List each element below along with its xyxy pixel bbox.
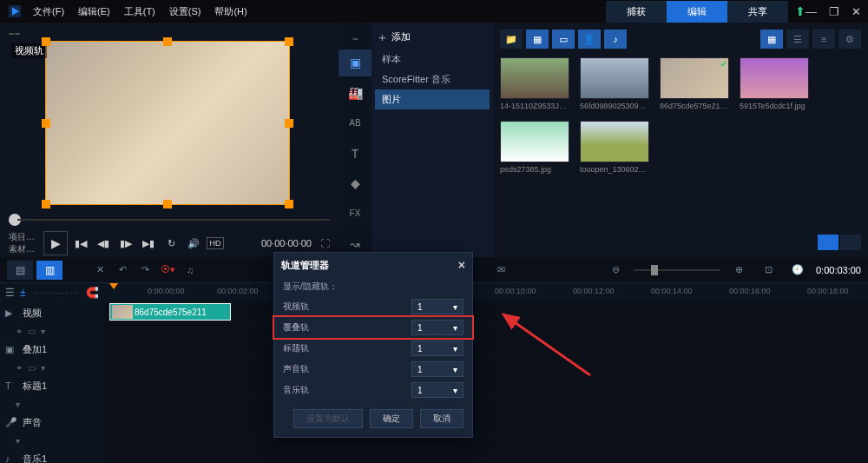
- frame-fwd-button[interactable]: ▮▶: [116, 234, 135, 253]
- thumb-item[interactable]: 14-15110Z9533JR.jpg: [500, 57, 569, 110]
- menu-tools[interactable]: 工具(T): [124, 5, 155, 18]
- video-clip[interactable]: 86d75cde575e211: [109, 303, 231, 321]
- panel-toggle-right[interactable]: [840, 235, 861, 250]
- ok-button[interactable]: 确定: [370, 409, 413, 428]
- track-area[interactable]: 0:00:00:00 00:00:02:00 00:00:04:00 00:00…: [104, 283, 868, 463]
- title-icon[interactable]: T: [339, 140, 372, 167]
- playhead-icon[interactable]: [109, 283, 118, 289]
- instant-project-icon[interactable]: 🏭: [339, 80, 372, 107]
- loop-button[interactable]: ↻: [161, 234, 181, 253]
- undo-icon[interactable]: ↶: [111, 261, 134, 280]
- zoom-slider[interactable]: [634, 269, 720, 271]
- track-music-header[interactable]: ♪音乐1: [0, 448, 104, 463]
- volume-button[interactable]: 🔊: [184, 234, 203, 253]
- track-voice-header[interactable]: 🎤声音: [0, 412, 104, 433]
- track-overlay-header[interactable]: ▣叠加1: [0, 339, 104, 360]
- resize-handle[interactable]: [285, 119, 293, 128]
- dialog-close-icon[interactable]: ×: [458, 258, 465, 272]
- thumb-item[interactable]: ✔86d75cde575e211d5...: [660, 57, 729, 110]
- upload-icon[interactable]: ⬆: [795, 4, 806, 18]
- prev-button[interactable]: ▮◀: [71, 234, 90, 253]
- sort-icon[interactable]: ≡: [812, 30, 835, 49]
- track-video-header[interactable]: ▶视频: [0, 302, 104, 323]
- options-icon[interactable]: ⚙: [838, 30, 861, 49]
- track-title-lane[interactable]: [104, 375, 868, 396]
- resize-handle[interactable]: [42, 37, 50, 46]
- frame-back-button[interactable]: ◀▮: [94, 234, 113, 253]
- ripple-icon[interactable]: ✉: [490, 261, 512, 280]
- lib-scorefitter[interactable]: ScoreFitter 音乐: [375, 69, 490, 89]
- track-overlay-lane[interactable]: [104, 339, 868, 360]
- snap-icon[interactable]: 🧲: [86, 287, 99, 299]
- resize-handle[interactable]: [285, 200, 293, 208]
- row-select[interactable]: 1▾: [411, 382, 464, 398]
- tools-icon[interactable]: ✕: [89, 261, 111, 280]
- menu-edit[interactable]: 编辑(E): [78, 5, 110, 18]
- filter-video-icon[interactable]: ▭: [552, 30, 575, 49]
- scrubber[interactable]: [9, 214, 330, 226]
- resize-handle[interactable]: [163, 200, 172, 208]
- record-icon[interactable]: ⦿▾: [156, 261, 179, 280]
- thumb-item[interactable]: tooopen_13060231.jpg: [580, 121, 649, 174]
- row-select[interactable]: 1▾: [411, 320, 464, 335]
- resize-handle[interactable]: [42, 119, 50, 128]
- import-folder-icon[interactable]: 📁: [500, 30, 523, 49]
- row-select[interactable]: 1▾: [411, 361, 464, 377]
- audio-mixer-icon[interactable]: ♫: [179, 261, 201, 280]
- track-sub[interactable]: ⚭▭▾: [0, 323, 104, 339]
- cancel-button[interactable]: 取消: [420, 409, 464, 428]
- filter-photo-icon[interactable]: 👤: [578, 30, 601, 49]
- zoom-in-icon[interactable]: ⊕: [727, 261, 750, 280]
- clock-icon[interactable]: 🕘: [786, 261, 809, 280]
- tab-edit[interactable]: 编辑: [667, 1, 727, 23]
- thumb-item[interactable]: 5915Te5dcdc1f.jpg: [740, 57, 809, 110]
- resize-handle[interactable]: [42, 200, 50, 208]
- time-ruler[interactable]: 0:00:00:00 00:00:02:00 00:00:04:00 00:00…: [104, 283, 868, 302]
- add-label[interactable]: 添加: [391, 30, 411, 43]
- fullscreen-icon[interactable]: ⛶: [320, 238, 330, 248]
- row-select[interactable]: 1▾: [411, 299, 464, 314]
- tab-share[interactable]: 共享: [727, 1, 788, 23]
- resize-handle[interactable]: [163, 37, 172, 46]
- lib-images[interactable]: 图片: [375, 89, 490, 109]
- media-icon[interactable]: ▣: [339, 50, 372, 76]
- material-label[interactable]: 素材…: [9, 243, 35, 255]
- filter-all-icon[interactable]: ▦: [526, 30, 549, 49]
- track-music-lane[interactable]: [104, 448, 868, 463]
- play-button[interactable]: ▶: [43, 231, 68, 255]
- zoom-knob[interactable]: [651, 265, 658, 275]
- minimize-button[interactable]: —: [806, 5, 817, 18]
- menu-settings[interactable]: 设置(S): [169, 5, 201, 18]
- add-folder-icon[interactable]: +: [378, 30, 386, 44]
- track-sub[interactable]: ▾: [0, 433, 104, 448]
- close-button[interactable]: ✕: [852, 5, 861, 18]
- thumb-item[interactable]: peds27385.jpg: [500, 121, 569, 174]
- panel-toggle-left[interactable]: [818, 235, 838, 250]
- resize-handle[interactable]: [285, 37, 293, 46]
- preview-viewport[interactable]: 视频轨: [45, 41, 290, 205]
- view-thumb-icon[interactable]: ▦: [760, 30, 783, 49]
- view-list-icon[interactable]: ☰: [786, 30, 809, 49]
- set-default-button[interactable]: 设置为默认: [293, 409, 363, 428]
- track-voice-lane[interactable]: [104, 412, 868, 433]
- project-label[interactable]: 项目…: [9, 231, 35, 243]
- menu-help[interactable]: 帮助(H): [214, 5, 247, 18]
- track-title-header[interactable]: T标题1: [0, 375, 104, 396]
- redo-icon[interactable]: ↷: [134, 261, 156, 280]
- storyboard-mode-icon[interactable]: ▤: [7, 261, 33, 280]
- restore-button[interactable]: ❐: [829, 5, 839, 18]
- hd-button[interactable]: HD: [207, 237, 224, 249]
- tab-capture[interactable]: 捕获: [606, 1, 667, 23]
- filter-audio-icon[interactable]: ♪: [604, 30, 627, 49]
- menu-file[interactable]: 文件(F): [33, 5, 64, 18]
- next-button[interactable]: ▶▮: [139, 234, 158, 253]
- track-video-lane[interactable]: 86d75cde575e211: [104, 302, 868, 323]
- track-sub[interactable]: ⚭▭▾: [0, 360, 104, 375]
- filter-icon[interactable]: FX: [339, 201, 372, 228]
- add-track-icon[interactable]: ±: [20, 287, 26, 299]
- zoom-out-icon[interactable]: ⊖: [604, 261, 627, 280]
- lib-sample[interactable]: 样本: [375, 50, 490, 69]
- row-select[interactable]: 1▾: [411, 341, 464, 356]
- timeline-mode-icon[interactable]: ▥: [36, 261, 62, 280]
- track-menu-icon[interactable]: ☰: [5, 287, 15, 299]
